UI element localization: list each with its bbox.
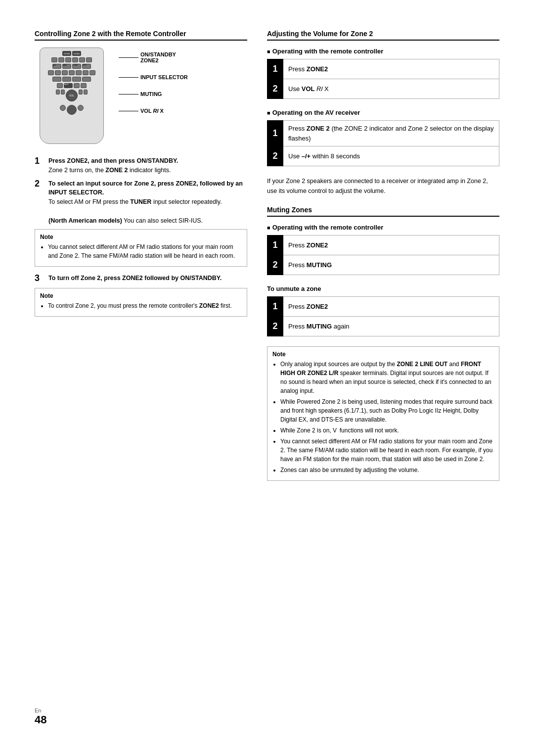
muting-title: Muting Zones [267, 206, 499, 217]
note-box-1: Note You cannot select different AM or F… [35, 229, 247, 267]
page-number: 48 [35, 713, 46, 726]
en-label: En [35, 708, 41, 713]
note-item-2: To control Zone 2, you must press the re… [48, 301, 242, 310]
page: Controlling Zone 2 with the Remote Contr… [0, 0, 534, 756]
muting-note-item-4: You cannot select different AM or FM rad… [280, 437, 494, 464]
page-num-area: En 48 [35, 708, 46, 726]
left-step-3: 3 To turn off Zone 2, press ZONE2 follow… [35, 274, 247, 283]
step-text-cell: Use –/+ within 8 seconds [283, 146, 499, 166]
subsection-av-vol-title: Operating on the AV receiver [267, 109, 499, 116]
callout-muting: MUTING [119, 91, 188, 97]
step-num-1: 1 [35, 156, 44, 165]
callout-on-standby: ON/STANDBYZONE2 [119, 51, 188, 63]
table-row: 1 Press ZONE 2 (the ZONE 2 indicator and… [267, 121, 499, 146]
muting-remote-title: Operating with the remote controller [267, 224, 499, 231]
av-vol-steps: 1 Press ZONE 2 (the ZONE 2 indicator and… [267, 120, 499, 166]
note-title-2: Note [40, 292, 242, 299]
muting-section: Muting Zones Operating with the remote c… [267, 206, 499, 481]
step-num-cell: 2 [267, 146, 283, 166]
right-title: Adjusting the Volume for Zone 2 [267, 30, 499, 41]
subsection-av-vol: Operating on the AV receiver 1 Press ZON… [267, 109, 499, 166]
left-title: Controlling Zone 2 with the Remote Contr… [35, 30, 247, 41]
vol-paragraph: If your Zone 2 speakers are connected to… [267, 176, 499, 196]
step-text-cell: Press ZONE2 [283, 297, 499, 317]
step-num-2: 2 [35, 179, 44, 188]
page-footer: En 48 [35, 708, 499, 726]
remote-visual: ON/SB ZONE2 [35, 47, 114, 146]
step-num-cell: 2 [267, 317, 283, 336]
subsection-remote-vol: Operating with the remote controller 1 P… [267, 47, 499, 99]
callout-input-selector: INPUT SELECTOR [119, 74, 188, 80]
step-num-cell: 1 [267, 236, 283, 255]
remote-vol-steps: 1 Press ZONE2 2 Use VOL Rl X [267, 59, 499, 99]
note-item-1: You cannot select different AM or FM rad… [48, 242, 242, 260]
step-text-cell: Use VOL Rl X [283, 79, 499, 99]
subsection-remote-vol-title: Operating with the remote controller [267, 47, 499, 55]
muting-note-box: Note Only analog input sources are outpu… [267, 346, 499, 481]
table-row: 2 Use –/+ within 8 seconds [267, 146, 499, 166]
step-num-cell: 1 [267, 59, 283, 79]
note-box-2: Note To control Zone 2, you must press t… [35, 288, 247, 317]
note-list-2: To control Zone 2, you must press the re… [40, 301, 242, 310]
left-step-2: 2 To select an input source for Zone 2, … [35, 179, 247, 226]
right-column: Adjusting the Volume for Zone 2 Operatin… [267, 30, 499, 688]
muting-note-title: Note [272, 351, 494, 358]
left-column: Controlling Zone 2 with the Remote Contr… [35, 30, 247, 688]
remote-body: ON/SB ZONE2 [40, 47, 104, 144]
muting-note-item-2: While Powered Zone 2 is being used, list… [280, 397, 494, 424]
muting-note-list: Only analog input sources are output by … [272, 360, 494, 474]
step-text-cell: Press ZONE2 [283, 59, 499, 79]
step-num-cell: 1 [267, 121, 283, 146]
table-row: 2 Use VOL Rl X [267, 79, 499, 99]
step-text-cell: Press ZONE2 [283, 236, 499, 255]
table-row: 1 Press ZONE2 [267, 59, 499, 79]
table-row: 2 Press MUTING [267, 255, 499, 275]
unmute-subsection: To unmute a zone 1 Press ZONE2 2 Press M… [267, 285, 499, 336]
table-row: 1 Press ZONE2 [267, 297, 499, 317]
step-num-cell: 1 [267, 297, 283, 317]
table-row: 1 Press ZONE2 [267, 236, 499, 255]
callouts: ON/STANDBYZONE2 INPUT SELECTOR MUTING VO… [119, 47, 188, 146]
remote-diagram-container: ON/SB ZONE2 [35, 47, 247, 146]
step-text-cell: Press MUTING again [283, 317, 499, 336]
muting-remote-steps: 1 Press ZONE2 2 Press MUTING [267, 235, 499, 275]
table-row: 2 Press MUTING again [267, 317, 499, 336]
muting-remote-subsection: Operating with the remote controller 1 P… [267, 224, 499, 275]
unmute-label: To unmute a zone [267, 285, 499, 292]
left-step-1: 1 Press ZONE2, and then press ON/STANDBY… [35, 156, 247, 175]
step-text-cell: Press MUTING [283, 255, 499, 275]
step-3-content: To turn off Zone 2, press ZONE2 followed… [48, 274, 222, 283]
note-list-1: You cannot select different AM or FM rad… [40, 242, 242, 260]
step-num-cell: 2 [267, 79, 283, 99]
step-num-3: 3 [35, 274, 44, 283]
step-text-cell: Press ZONE 2 (the ZONE 2 indicator and Z… [283, 121, 499, 146]
muting-note-item-5: Zones can also be unmuted by adjusting t… [280, 466, 494, 474]
note-title-1: Note [40, 234, 242, 240]
callout-vol: VOL Rl X [119, 108, 188, 114]
step-2-content: To select an input source for Zone 2, pr… [48, 179, 247, 226]
muting-note-item-1: Only analog input sources are output by … [280, 360, 494, 395]
unmute-steps: 1 Press ZONE2 2 Press MUTING again [267, 296, 499, 336]
step-num-cell: 2 [267, 255, 283, 275]
muting-note-item-3: While Zone 2 is on, V functions will not… [280, 426, 494, 435]
step-1-content: Press ZONE2, and then press ON/STANDBY. … [48, 156, 178, 175]
